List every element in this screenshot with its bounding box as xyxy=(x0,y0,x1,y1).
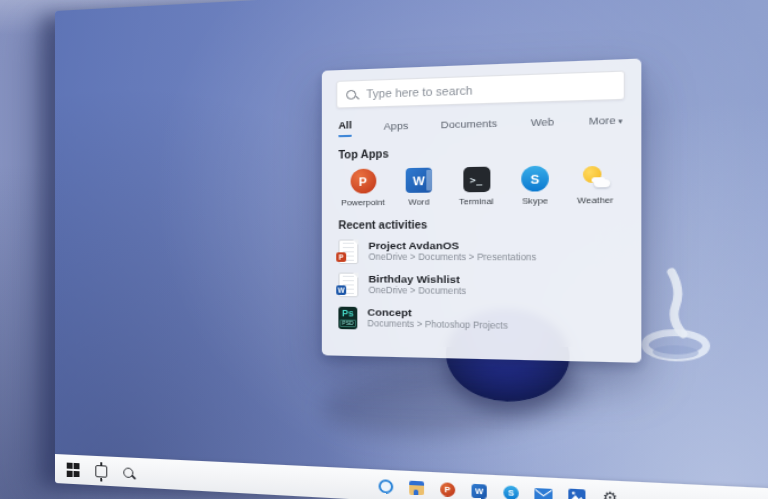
task-view-button[interactable] xyxy=(96,465,108,478)
tab-documents[interactable]: Documents xyxy=(441,117,497,135)
recent-item-path: OneDrive > Documents xyxy=(368,286,466,298)
app-label: Powerpoint xyxy=(341,197,385,207)
taskbar-pinned-group: P W S ⚙ xyxy=(376,477,620,499)
skype-icon: S xyxy=(521,166,549,192)
recent-item-title: Project AvdanOS xyxy=(368,239,536,253)
app-terminal[interactable]: >_ Terminal xyxy=(449,166,503,206)
mail-icon xyxy=(535,487,553,499)
tab-web[interactable]: Web xyxy=(531,115,554,132)
taskbar-search-button[interactable] xyxy=(123,467,133,478)
start-button[interactable] xyxy=(67,463,80,477)
word-taskbar-button[interactable]: W xyxy=(470,481,489,499)
recent-item-birthday-wishlist[interactable]: W Birthday Wishlist OneDrive > Documents xyxy=(338,273,622,301)
mail-button[interactable] xyxy=(534,485,553,499)
app-label: Word xyxy=(408,197,429,207)
store-button[interactable] xyxy=(407,478,425,496)
recent-item-path: Documents > Photoshop Projects xyxy=(367,319,507,333)
taskbar: P W S ⚙ xyxy=(55,454,768,499)
word-document-icon: W xyxy=(338,273,358,298)
app-label: Terminal xyxy=(459,196,494,206)
search-panel: All Apps Documents Web More▾ Top Apps P … xyxy=(322,59,641,363)
app-skype[interactable]: S Skype xyxy=(508,165,563,206)
recent-item-project-avdanos[interactable]: P Project AvdanOS OneDrive > Documents >… xyxy=(338,239,622,265)
monitor-screen: All Apps Documents Web More▾ Top Apps P … xyxy=(55,0,768,499)
app-label: Weather xyxy=(577,195,613,205)
powerpoint-badge-icon: P xyxy=(336,252,346,262)
powerpoint-taskbar-button[interactable]: P xyxy=(438,480,457,498)
taskbar-left-group xyxy=(55,462,134,479)
skype-icon: S xyxy=(503,485,518,499)
app-weather[interactable]: Weather xyxy=(567,164,624,205)
photoshop-file-icon: Ps PSD xyxy=(338,307,357,330)
top-apps-title: Top Apps xyxy=(338,143,622,161)
terminal-icon: >_ xyxy=(463,167,490,193)
tab-apps[interactable]: Apps xyxy=(384,119,409,136)
word-icon: W xyxy=(471,483,486,498)
photos-icon xyxy=(568,489,585,499)
store-icon xyxy=(409,480,424,495)
word-badge-icon: W xyxy=(336,285,346,295)
search-input[interactable] xyxy=(364,78,614,102)
chevron-down-icon: ▾ xyxy=(618,117,622,125)
gear-icon: ⚙ xyxy=(602,489,618,499)
powerpoint-icon: P xyxy=(440,482,455,497)
powerpoint-document-icon: P xyxy=(338,240,358,265)
app-powerpoint[interactable]: P Powerpoint xyxy=(337,168,388,207)
recent-item-title: Birthday Wishlist xyxy=(368,273,466,287)
photoshop-ps-label: Ps xyxy=(342,309,354,318)
cortana-button[interactable] xyxy=(376,477,394,495)
weather-icon xyxy=(581,165,609,191)
wallpaper-water-splash xyxy=(634,267,718,367)
recent-item-path: OneDrive > Documents > Presentations xyxy=(368,253,536,265)
tab-more-label: More xyxy=(589,114,616,127)
tab-more[interactable]: More▾ xyxy=(589,114,623,132)
tab-all[interactable]: All xyxy=(338,119,351,137)
powerpoint-icon: P xyxy=(350,169,376,194)
recent-item-concept[interactable]: Ps PSD Concept Documents > Photoshop Pro… xyxy=(338,306,622,335)
search-box[interactable] xyxy=(336,70,625,108)
skype-taskbar-button[interactable]: S xyxy=(502,483,521,499)
search-icon xyxy=(346,89,356,99)
photos-button[interactable] xyxy=(567,486,587,499)
settings-button[interactable]: ⚙ xyxy=(600,488,620,499)
cortana-icon xyxy=(378,479,393,494)
app-label: Skype xyxy=(522,196,548,206)
top-apps-row: P Powerpoint W Word >_ Terminal S Skype … xyxy=(337,164,623,207)
photoshop-psd-label: PSD xyxy=(340,319,356,327)
word-icon: W xyxy=(406,168,432,193)
app-word[interactable]: W Word xyxy=(393,167,446,207)
search-tabs: All Apps Documents Web More▾ xyxy=(338,111,622,137)
recent-activities-title: Recent activities xyxy=(338,218,622,231)
